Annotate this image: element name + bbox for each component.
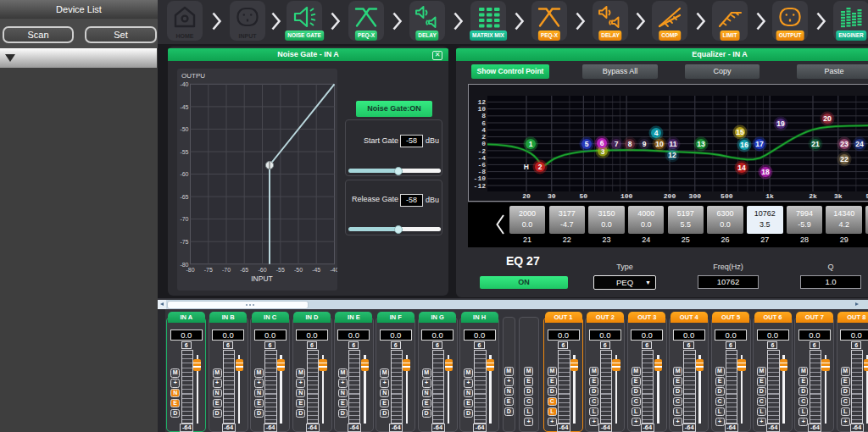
svg-text:12: 12 — [668, 151, 676, 159]
svg-text:-45: -45 — [312, 267, 320, 273]
svg-text:7: 7 — [615, 140, 619, 148]
svg-text:-65: -65 — [180, 194, 188, 200]
svg-text:300: 300 — [689, 192, 702, 200]
svg-text:-65: -65 — [240, 267, 248, 273]
svg-text:30: 30 — [548, 192, 556, 200]
svg-text:10: 10 — [655, 140, 664, 148]
svg-text:500: 500 — [721, 192, 733, 200]
svg-text:2: 2 — [481, 133, 486, 141]
svg-text:200: 200 — [664, 192, 676, 200]
svg-text:12: 12 — [477, 98, 486, 106]
svg-text:24: 24 — [855, 140, 864, 148]
svg-text:-50: -50 — [294, 267, 303, 273]
svg-text:14: 14 — [737, 163, 746, 172]
svg-text:0: 0 — [481, 140, 486, 147]
svg-text:19: 19 — [776, 119, 785, 128]
svg-text:-60: -60 — [258, 267, 266, 273]
svg-text:4: 4 — [481, 126, 486, 134]
svg-text:17: 17 — [755, 140, 764, 148]
svg-text:-60: -60 — [180, 171, 188, 177]
svg-text:5: 5 — [585, 140, 589, 148]
svg-text:10: 10 — [477, 105, 486, 113]
svg-text:9: 9 — [643, 140, 647, 148]
svg-text:18: 18 — [761, 168, 770, 176]
svg-text:16: 16 — [740, 141, 748, 149]
svg-text:3k: 3k — [834, 192, 843, 200]
svg-text:6: 6 — [600, 139, 604, 147]
svg-text:OUTPU: OUTPU — [181, 72, 205, 80]
svg-text:-12: -12 — [474, 182, 487, 190]
svg-text:-2: -2 — [477, 147, 486, 155]
svg-text:-70: -70 — [222, 267, 231, 273]
svg-text:-55: -55 — [180, 149, 188, 155]
svg-text:13: 13 — [697, 140, 705, 148]
svg-text:8: 8 — [628, 140, 632, 148]
svg-text:-4: -4 — [477, 154, 486, 162]
svg-text:1: 1 — [529, 140, 533, 148]
svg-text:H: H — [524, 163, 529, 171]
svg-text:11: 11 — [670, 140, 677, 148]
svg-text:-45: -45 — [180, 104, 188, 110]
svg-text:-75: -75 — [180, 239, 188, 245]
svg-text:-55: -55 — [276, 267, 285, 273]
svg-text:8: 8 — [481, 112, 486, 119]
svg-text:15: 15 — [736, 128, 744, 136]
svg-text:-70: -70 — [180, 216, 188, 222]
svg-text:-80: -80 — [186, 267, 194, 273]
svg-text:-40: -40 — [180, 81, 188, 87]
svg-text:4: 4 — [654, 129, 659, 137]
svg-text:-40: -40 — [330, 267, 337, 273]
svg-text:2: 2 — [538, 163, 542, 171]
svg-text:-6: -6 — [477, 161, 486, 169]
svg-text:50: 50 — [579, 192, 587, 200]
svg-text:-8: -8 — [477, 168, 486, 175]
svg-text:22: 22 — [840, 155, 849, 163]
svg-text:6: 6 — [481, 119, 486, 127]
svg-text:21: 21 — [811, 140, 820, 148]
svg-text:INPUT: INPUT — [251, 274, 273, 283]
svg-text:2k: 2k — [809, 192, 817, 200]
svg-text:20: 20 — [823, 114, 832, 123]
svg-text:1k: 1k — [765, 192, 774, 200]
svg-text:100: 100 — [620, 192, 633, 200]
svg-text:-10: -10 — [474, 174, 487, 182]
svg-text:20: 20 — [522, 192, 531, 200]
svg-text:23: 23 — [840, 140, 849, 148]
svg-text:-75: -75 — [204, 267, 213, 273]
svg-text:-50: -50 — [180, 126, 188, 132]
